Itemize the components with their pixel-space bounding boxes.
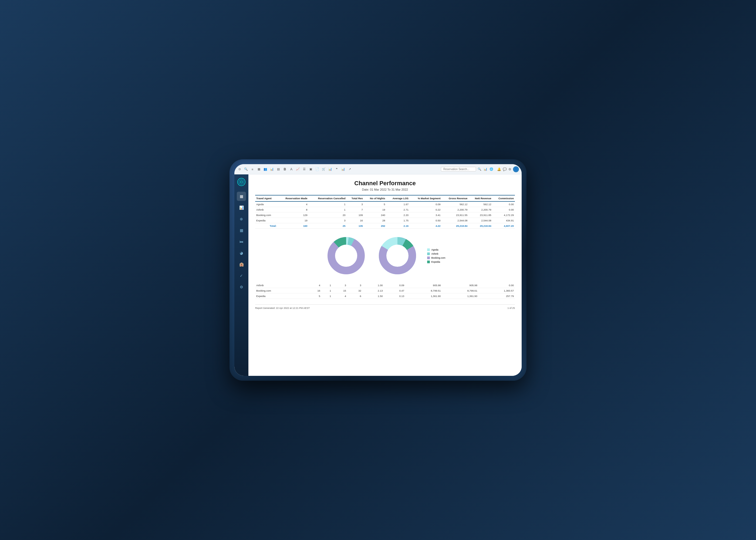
search-icon[interactable]: 🔍 xyxy=(244,167,248,172)
users-icon[interactable]: 👥 xyxy=(263,167,268,172)
legend-expedia: Expedia xyxy=(427,261,445,263)
stats-icon[interactable]: 📊 xyxy=(270,167,274,172)
cell-nights: 5 xyxy=(364,202,386,207)
cell-avg-los: 1.00 xyxy=(362,283,384,288)
cell-nights: 32 xyxy=(347,288,362,294)
reports-nav-icon: 📊 xyxy=(239,205,244,210)
cell-res-cancelled: 1 xyxy=(321,288,332,294)
col-gross-rev: Gross Revenue xyxy=(442,195,469,202)
doc-icon[interactable]: 📄 xyxy=(315,167,320,172)
chart-reservations xyxy=(324,234,368,277)
total-total-res: 135 xyxy=(347,223,364,229)
svg-point-7 xyxy=(336,245,356,266)
chart-view-icon[interactable]: 📊 xyxy=(483,167,488,172)
table-row: Expedia 5 1 4 6 1.50 0.13 1,361.90 1,361… xyxy=(255,294,515,299)
toolbar-right: 🔔 💬 ⚙ 👤 xyxy=(497,166,519,172)
settings-icon[interactable]: ⚙ xyxy=(508,167,511,171)
cell-res-made: 16 xyxy=(306,288,321,294)
cell-avg-los: 2.20 xyxy=(386,212,410,218)
bar-chart-icon[interactable]: 📊 xyxy=(328,167,333,172)
cell-avg-los: 1.50 xyxy=(362,294,384,299)
table-row: Booking.com 129 20 109 240 2.20 3.41 23,… xyxy=(255,212,515,218)
config-nav-icon: ⚙ xyxy=(240,285,243,289)
font-icon[interactable]: A xyxy=(289,167,294,172)
cell-nett-rev: 905.98 xyxy=(442,283,478,288)
cell-commission: 434.91 xyxy=(492,218,515,223)
reservation-search-input[interactable] xyxy=(441,167,476,172)
arrow-icon[interactable]: ↗ xyxy=(347,167,352,172)
cell-total-res: 7 xyxy=(347,207,364,212)
cell-nett-rev: 562.12 xyxy=(468,202,492,207)
cell-res-cancelled: 1 xyxy=(309,202,347,207)
chat-icon[interactable]: 💬 xyxy=(503,167,507,171)
cell-agent: Agoda xyxy=(255,202,278,207)
sidebar-item-tasks[interactable]: ✓ xyxy=(237,271,246,280)
sidebar-item-grid[interactable]: ▦ xyxy=(237,192,246,201)
cell-gross-rev: 2,200.79 xyxy=(442,207,469,212)
globe-icon[interactable]: 🌐 xyxy=(489,167,494,172)
cell-total-res: 15 xyxy=(332,288,347,294)
legend-airbnb-color xyxy=(427,252,430,255)
total-market-seg: 4.22 xyxy=(410,223,442,229)
cell-nett-rev: 8,799.61 xyxy=(442,288,478,294)
sidebar-item-rooms[interactable]: 🛏 xyxy=(237,237,246,246)
cell-market-seg: 0.13 xyxy=(384,294,405,299)
legend-airbnb-label: Airbnb xyxy=(431,252,438,255)
home-icon[interactable]: ⊙ xyxy=(237,167,242,172)
cell-market-seg: 3.41 xyxy=(410,212,442,218)
graph-icon[interactable]: 📊 xyxy=(341,167,346,172)
rooms-nav-icon: 🛏 xyxy=(239,239,243,244)
module-icon[interactable]: ▣ xyxy=(308,167,313,172)
sidebar-item-analytics[interactable]: ◕ xyxy=(237,248,246,258)
cart-icon[interactable]: 🛒 xyxy=(321,167,326,172)
quote-icon[interactable]: ❝ xyxy=(334,167,339,172)
cell-agent: Booking.com xyxy=(255,212,278,218)
cell-nett-rev: 2,544.08 xyxy=(468,218,492,223)
legend-expedia-color xyxy=(427,261,430,263)
cell-nights: 28 xyxy=(364,218,386,223)
cell-res-cancelled: 20 xyxy=(309,212,347,218)
cell-nett-rev: 2,200.79 xyxy=(468,207,492,212)
bullet-icon[interactable]: ☰ xyxy=(302,167,307,172)
sidebar-item-property[interactable]: 🏨 xyxy=(237,260,246,269)
grid-nav-icon: ▦ xyxy=(240,194,243,199)
cell-total-res: 4 xyxy=(332,294,347,299)
legend-booking-label: Booking.com xyxy=(431,256,445,259)
analytics-nav-icon: ◕ xyxy=(240,251,243,255)
cell-gross-rev: 23,911.55 xyxy=(442,212,469,218)
cell-nett-rev: 23,911.85 xyxy=(468,212,492,218)
chart-line-icon[interactable]: 📈 xyxy=(295,167,300,172)
user-avatar[interactable]: 👤 xyxy=(513,166,519,172)
cell-res-made: 8 xyxy=(278,207,309,212)
search-submit-icon[interactable]: 🔍 xyxy=(477,167,482,172)
cell-res-cancelled: 3 xyxy=(309,218,347,223)
table-icon[interactable]: ▤ xyxy=(276,167,281,172)
sidebar-item-add[interactable]: ⊕ xyxy=(237,214,246,223)
svg-point-12 xyxy=(387,245,408,266)
list-icon[interactable]: ≡ xyxy=(250,167,255,172)
cell-gross-rev: 1,361.90 xyxy=(405,294,442,299)
table-row: Expedia 19 3 16 28 1.75 0.50 2,544.08 2,… xyxy=(255,218,515,223)
chart-revenue xyxy=(376,234,419,277)
cell-res-made: 5 xyxy=(306,294,321,299)
tablet-screen: ⊙ 🔍 ≡ ▦ 👥 📊 ▤ B A 📈 ☰ ▣ 📄 🛒 📊 ❝ 📊 ↗ 🔍 📊 … xyxy=(234,164,522,376)
cell-commission: 257.79 xyxy=(478,294,515,299)
sidebar-item-reports[interactable]: 📊 xyxy=(237,203,246,212)
main-data-table: Travel Agent Reservation Made Reservatio… xyxy=(255,195,515,229)
grid-icon[interactable]: ▦ xyxy=(257,167,261,172)
bold-icon[interactable]: B xyxy=(283,167,287,172)
cell-agent: Expedia xyxy=(255,218,278,223)
cell-res-made: 4 xyxy=(278,202,309,207)
legend-airbnb: Airbnb xyxy=(427,252,445,255)
sidebar-item-calendar[interactable]: ▦ xyxy=(237,226,246,235)
content-area: Channel Performance Date: 01 Mar 2022 To… xyxy=(248,175,522,376)
col-travel-agent: Travel Agent xyxy=(255,195,278,202)
second-data-table: Airbnb 4 1 3 3 1.00 0.09 905.98 905.98 0… xyxy=(255,283,515,299)
report-title: Channel Performance xyxy=(255,180,515,187)
bell-icon[interactable]: 🔔 xyxy=(497,167,501,171)
total-nett-rev: 29,218.84 xyxy=(468,223,492,229)
cell-avg-los: 1.75 xyxy=(386,218,410,223)
cell-commission: 0.00 xyxy=(492,207,515,212)
sidebar-item-config[interactable]: ⚙ xyxy=(237,282,246,292)
table-row: Agoda 4 1 3 5 1.67 0.09 562.12 562.12 0.… xyxy=(255,202,515,207)
